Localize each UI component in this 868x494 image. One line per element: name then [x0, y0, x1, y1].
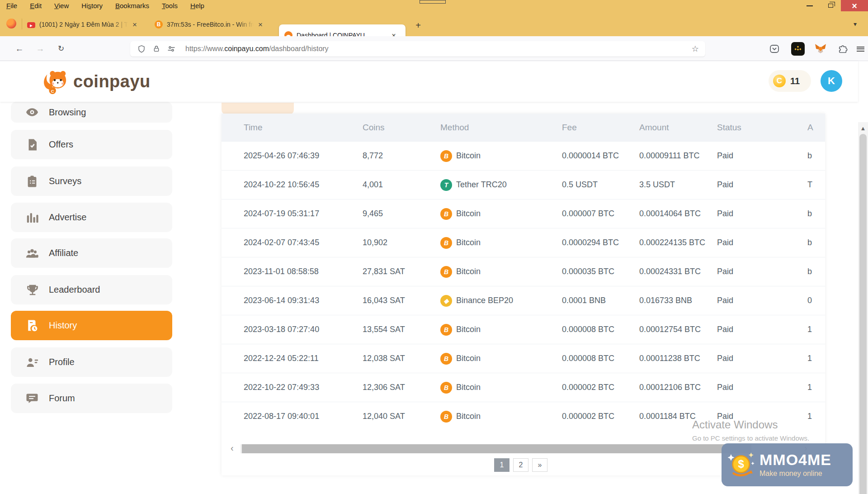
hscroll-left-arrow[interactable]: ‹ [231, 443, 234, 453]
restore-button[interactable] [820, 0, 841, 11]
column-method: Method [440, 123, 562, 133]
history-filter-tab-partial[interactable] [222, 103, 294, 114]
sidebar-item-browsing[interactable]: Browsing [11, 102, 172, 123]
menu-file[interactable]: File [0, 0, 24, 11]
close-window-button[interactable]: × [841, 0, 868, 11]
sidebar-item-leaderboard[interactable]: Leaderboard [11, 275, 172, 304]
sidebar-item-offers[interactable]: Offers [11, 130, 172, 159]
chat-icon [25, 392, 39, 405]
bitcoin-icon: B [440, 237, 452, 249]
vscroll-track[interactable]: ▲ ▼ [858, 122, 868, 494]
offers-doc-icon [25, 138, 39, 152]
new-tab-button[interactable]: + [413, 20, 424, 31]
status-badge: Paid [717, 180, 807, 190]
menu-bookmarks[interactable]: Bookmarks [109, 0, 156, 11]
sidebar-item-advertise[interactable]: Advertise [11, 203, 172, 232]
menu-edit[interactable]: Edit [24, 0, 48, 11]
freebitco-favicon: B [155, 20, 163, 28]
watermark-title: MMO4ME [760, 452, 831, 468]
coin-icon: C [773, 75, 786, 87]
status-badge: Paid [717, 267, 807, 276]
tab-close-icon[interactable]: × [258, 21, 263, 28]
status-badge: Paid [717, 383, 807, 392]
svg-text:$: $ [738, 458, 744, 470]
vscroll-thumb[interactable] [859, 134, 867, 494]
tab-freebitco[interactable]: B 37m:53s - FreeBitco.in - Win fre × [155, 18, 271, 31]
hscroll-thumb[interactable] [242, 444, 751, 453]
tab-separator [22, 19, 22, 29]
navigation-toolbar: ← → ↻ https://www.coinpayu.com/dashboard… [0, 36, 868, 61]
brand-wordmark: coinpayu [73, 72, 151, 91]
coinpayu-logo[interactable]: C coinpayu [41, 66, 151, 96]
status-badge: Paid [717, 354, 807, 363]
page-button-1[interactable]: 1 [494, 458, 509, 472]
lock-icon[interactable] [153, 45, 160, 52]
dollar-coin-icon: $ [725, 448, 759, 482]
column-address: A [807, 123, 825, 133]
bitcoin-icon: B [440, 382, 452, 394]
sidebar-item-affiliate[interactable]: Affiliate [11, 238, 172, 268]
table-header-row: Time Coins Method Fee Amount Status A [222, 114, 825, 141]
coin-count: 11 [790, 76, 800, 86]
page-content: C coinpayu C 11 K Browsing Offers Survey… [0, 61, 868, 494]
sidebar-item-surveys[interactable]: Surveys [11, 166, 172, 196]
trophy-icon [25, 283, 39, 297]
hscroll-track[interactable] [241, 444, 801, 453]
menu-bar: File Edit View History Bookmarks Tools H… [0, 0, 868, 11]
column-status: Status [717, 123, 807, 133]
permissions-icon[interactable] [167, 46, 175, 52]
sidebar-item-forum[interactable]: Forum [11, 384, 172, 413]
page-button-2[interactable]: 2 [513, 458, 528, 472]
table-row: 2023-03-18 07:27:4013,554 SAT BBitcoin 0… [222, 315, 825, 344]
menu-tools[interactable]: Tools [156, 0, 184, 11]
url-text[interactable]: https://www.coinpayu.com/dashboard/histo… [185, 45, 329, 53]
bitcoin-icon: B [440, 266, 452, 278]
metamask-icon[interactable] [814, 42, 827, 56]
bitcoin-icon: B [440, 208, 452, 220]
page-button-next[interactable]: » [532, 458, 547, 472]
pocket-save-icon[interactable] [768, 42, 781, 56]
history-doc-icon [25, 319, 39, 332]
table-row: 2024-02-07 07:43:4510,902 BBitcoin 0.000… [222, 228, 825, 257]
sidebar-item-history[interactable]: History [11, 311, 172, 340]
reload-button[interactable]: ↻ [54, 43, 68, 55]
pagination: 1 2 » [494, 458, 547, 472]
mmo4me-watermark: $ MMO4ME Make money online [722, 443, 853, 486]
tab-overflow-chevron-icon[interactable]: ▾ [854, 20, 857, 28]
status-badge: Paid [717, 238, 807, 247]
firefox-view-icon[interactable] [6, 19, 16, 28]
sidebar-item-profile[interactable]: Profile [11, 347, 172, 377]
menu-help[interactable]: Help [184, 0, 211, 11]
user-avatar[interactable]: K [821, 70, 842, 92]
tab-youtube[interactable]: (1001) 2 Ngày 1 Đêm Mùa 2 | Tậ × [27, 18, 146, 31]
shield-icon[interactable] [137, 45, 146, 53]
column-fee: Fee [562, 123, 639, 133]
column-coins: Coins [363, 123, 440, 133]
status-badge: Paid [717, 209, 807, 218]
activate-windows-watermark: Activate Windows Go to PC settings to ac… [692, 418, 809, 442]
bookmark-star-icon[interactable]: ☆ [692, 44, 699, 54]
people-icon [25, 247, 39, 260]
bitcoin-icon: B [440, 150, 452, 162]
bitcoin-icon: B [440, 353, 452, 365]
vscroll-up-arrow[interactable]: ▲ [858, 125, 868, 132]
coin-balance-badge[interactable]: C 11 [769, 70, 811, 92]
url-bar[interactable]: https://www.coinpayu.com/dashboard/histo… [130, 41, 705, 57]
hamburger-menu-icon[interactable] [854, 42, 867, 56]
bnb-extension-icon[interactable] [791, 42, 805, 56]
binance-icon: ◆ [440, 295, 452, 307]
menu-history[interactable]: History [75, 0, 109, 11]
back-button[interactable]: ← [13, 43, 26, 55]
status-badge: Paid [717, 325, 807, 334]
menu-view[interactable]: View [48, 0, 75, 11]
status-badge: Paid [717, 151, 807, 161]
forward-button[interactable]: → [33, 43, 47, 55]
browser-window: File Edit View History Bookmarks Tools H… [0, 0, 868, 494]
tab-close-icon[interactable]: × [132, 21, 137, 28]
window-drag-artifact [420, 0, 446, 4]
youtube-favicon [27, 22, 35, 28]
column-time: Time [244, 123, 363, 133]
extensions-puzzle-icon[interactable] [836, 42, 850, 56]
minimize-button[interactable] [799, 0, 820, 11]
table-row: 2023-06-14 09:31:4316,043 SAT ◆Binance B… [222, 286, 825, 315]
